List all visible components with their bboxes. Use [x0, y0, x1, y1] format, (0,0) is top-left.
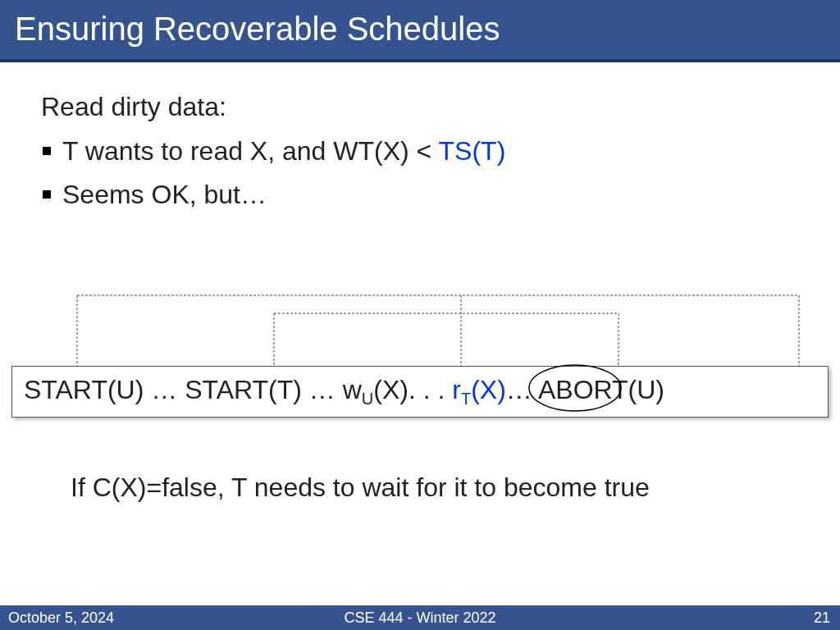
seq-rt-r: r — [452, 375, 461, 404]
seq-part: START(U) … START(T) … w — [24, 375, 362, 404]
sequence-box: START(U) … START(T) … wU(X). . . rT(X)… … — [11, 366, 829, 418]
bracket-lines — [11, 295, 829, 366]
seq-part: … ABORT(U) — [506, 375, 664, 404]
bullet-blue: TS(T) — [439, 136, 506, 166]
seq-sub-u: U — [362, 390, 373, 408]
sequence-diagram: START(U) … START(T) … wU(X). . . rT(X)… … — [11, 366, 829, 418]
bullet-text: T wants to read X, and WT(X) < — [62, 136, 439, 166]
lead-text: Read dirty data: — [41, 92, 799, 122]
bullet-text: Seems OK, but… — [62, 180, 267, 209]
slide: Ensuring Recoverable Schedules Read dirt… — [0, 0, 840, 630]
footer-course: CSE 444 - Winter 2022 — [0, 609, 840, 627]
seq-part: (X). . . — [373, 375, 452, 404]
seq-rt-sub: T — [461, 390, 471, 408]
note-text: If C(X)=false, T needs to wait for it to… — [71, 472, 650, 503]
footer-bar: CSE 444 - Winter 2022 October 5, 2024 21 — [0, 605, 840, 630]
bullet-item: Seems OK, but… — [41, 177, 799, 212]
slide-body: Read dirty data: T wants to read X, and … — [0, 62, 840, 630]
slide-title: Ensuring Recoverable Schedules — [0, 0, 840, 62]
seq-rt-tail: (X) — [471, 375, 506, 404]
bullet-item: T wants to read X, and WT(X) < TS(T) — [41, 134, 799, 169]
bullet-list: T wants to read X, and WT(X) < TS(T) See… — [41, 134, 799, 212]
seq-rt: rT(X) — [452, 375, 506, 404]
